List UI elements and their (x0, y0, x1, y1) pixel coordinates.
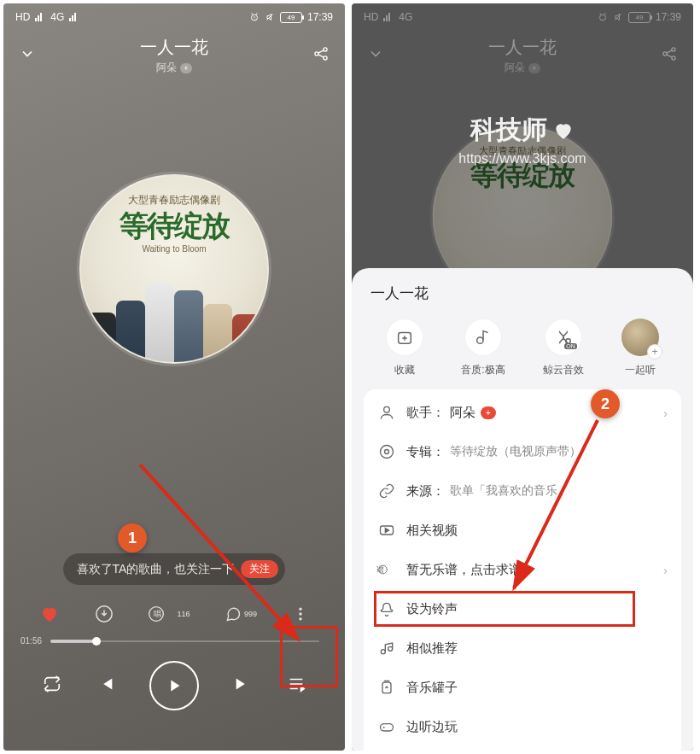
row-play-listen[interactable]: 边听边玩 (364, 707, 681, 746)
row-album[interactable]: 专辑：等待绽放（电视原声带） (364, 432, 681, 471)
similar-icon (377, 639, 396, 658)
svg-point-19 (385, 450, 389, 454)
comment-button[interactable]: 999 (225, 605, 257, 622)
favorite-icon (386, 319, 423, 356)
album-people (81, 268, 267, 362)
quick-effect[interactable]: ON 鲸云音效 (543, 319, 584, 377)
svg-point-23 (388, 646, 393, 651)
phone-player-screen: HD 4G 49 17:39 一人一花 阿朵 + (3, 3, 345, 751)
row-similar[interactable]: 相似推荐 (364, 628, 681, 668)
download-button[interactable] (95, 605, 114, 623)
repeat-button[interactable] (43, 675, 61, 697)
svg-point-6 (299, 608, 301, 611)
svg-point-18 (381, 446, 394, 459)
annotation-step-1: 1 (118, 523, 147, 552)
follow-pill[interactable]: + (481, 406, 496, 419)
status-bar: HD 4G 49 17:39 (352, 3, 693, 27)
artist-follow-plus-icon[interactable]: + (180, 63, 192, 73)
follow-prompt: 喜欢了TA的歌曲，也关注一下 关注 (63, 553, 286, 585)
sing-button[interactable]: 唱116 (148, 605, 190, 622)
battery-indicator: 49 (628, 12, 650, 23)
svg-rect-24 (382, 682, 391, 693)
album-english: Waiting to Bloom (81, 244, 267, 254)
artist-follow-plus-icon[interactable]: + (528, 63, 540, 73)
quality-icon (464, 319, 502, 356)
svg-point-17 (384, 406, 390, 412)
clock: 17:39 (656, 11, 681, 23)
svg-point-7 (299, 612, 301, 615)
phone-more-sheet-screen: HD 4G 49 17:39 一人一花 阿朵 + 科 (352, 3, 693, 751)
person-icon (377, 403, 396, 422)
annotation-highlight-more (280, 626, 338, 687)
quick-favorite[interactable]: 收藏 (386, 319, 423, 377)
like-button[interactable] (39, 604, 60, 624)
back-button[interactable] (367, 45, 384, 66)
quick-quality[interactable]: 音质:极高 (461, 319, 505, 377)
score-icon: 谱 (377, 560, 396, 579)
video-icon (377, 521, 396, 540)
player-top-nav: 一人一花 阿朵 + (352, 27, 693, 79)
back-button[interactable] (19, 45, 36, 66)
chevron-right-icon: › (663, 563, 668, 577)
album-title-art: 等待绽放 (81, 207, 267, 246)
album-art[interactable]: 大型青春励志偶像剧 等待绽放 Waiting to Bloom (79, 174, 269, 364)
jar-icon (377, 678, 396, 697)
network-label: 4G (50, 11, 64, 23)
follow-button[interactable]: 关注 (241, 560, 278, 578)
follow-prompt-text: 喜欢了TA的歌曲，也关注一下 (77, 562, 235, 577)
watermark: 科技师 https://www.3kjs.com (352, 113, 693, 167)
row-score[interactable]: 谱 暂无乐谱，点击求谱 › (364, 550, 681, 589)
chevron-right-icon: › (663, 406, 668, 420)
hd-indicator: HD (15, 11, 30, 23)
share-button[interactable] (661, 45, 678, 66)
svg-point-22 (381, 650, 385, 654)
more-options-sheet: 一人一花 收藏 音质:极高 ON 鲸云音效 + 一起听 (352, 268, 693, 751)
disc-icon (377, 442, 396, 461)
annotation-step-2: 2 (591, 389, 620, 418)
annotation-highlight-ringtone (374, 591, 635, 627)
sheet-title: 一人一花 (364, 283, 681, 315)
network-label: 4G (399, 11, 412, 23)
prev-button[interactable] (96, 675, 115, 697)
row-video[interactable]: 相关视频 (364, 511, 681, 550)
network-icon (35, 13, 45, 21)
artist-name[interactable]: 阿朵 (505, 61, 525, 75)
network-icon-2 (69, 13, 79, 21)
play-button[interactable] (149, 661, 199, 710)
mute-icon (265, 12, 275, 22)
song-title: 一人一花 (384, 36, 661, 59)
mute-icon (613, 12, 623, 22)
svg-point-8 (299, 617, 301, 620)
plus-icon: + (647, 344, 662, 359)
row-yunbei[interactable]: 云贝推歌（已有594人推荐） (364, 746, 681, 751)
quick-listen-together[interactable]: + 一起听 (621, 319, 659, 377)
alarm-icon (598, 12, 608, 22)
artist-name[interactable]: 阿朵 (156, 61, 177, 75)
time-current: 01:56 (20, 636, 42, 646)
status-bar: HD 4G 49 17:39 (3, 3, 345, 27)
row-source[interactable]: 来源：歌单「我喜欢的音乐」 (364, 471, 681, 511)
player-top-nav: 一人一花 阿朵 + (3, 27, 345, 79)
more-button[interactable] (292, 605, 309, 622)
avatar-icon: + (621, 319, 659, 356)
svg-rect-25 (381, 724, 394, 731)
effect-icon: ON (545, 319, 582, 356)
network-icon (383, 13, 394, 21)
svg-point-10 (599, 15, 605, 20)
link-icon (377, 482, 396, 500)
alarm-icon (249, 12, 260, 22)
clock: 17:39 (307, 11, 333, 23)
svg-point-15 (477, 337, 483, 343)
next-button[interactable] (233, 675, 252, 697)
gamepad-icon (377, 717, 396, 736)
hd-indicator: HD (364, 11, 378, 23)
share-button[interactable] (312, 45, 330, 66)
battery-indicator: 49 (280, 12, 302, 23)
row-jar[interactable]: 音乐罐子 (364, 668, 681, 707)
row-singer[interactable]: 歌手：阿朵+ › (364, 393, 681, 432)
album-subtitle: 大型青春励志偶像剧 (81, 193, 267, 207)
song-title: 一人一花 (36, 36, 312, 59)
